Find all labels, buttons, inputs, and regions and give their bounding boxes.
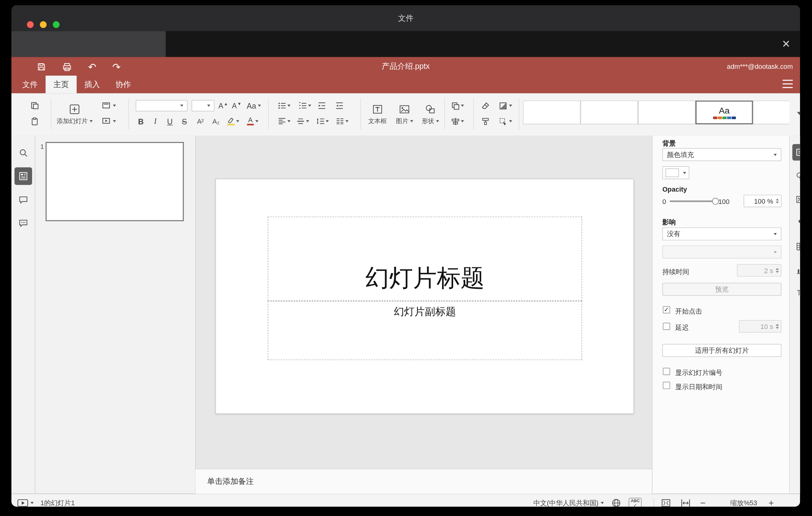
font-name-select[interactable] [136,100,187,111]
insert-image-button[interactable]: 图片 [393,98,416,131]
font-color-button[interactable]: A [244,114,261,128]
change-case-button[interactable]: Aa [244,99,263,113]
select-tool-button[interactable] [496,114,515,128]
slide-editing-surface[interactable]: 幻灯片标题 幻灯片副标题 [215,179,634,414]
chat-button[interactable] [14,214,32,232]
search-button[interactable] [14,144,32,162]
strikethrough-button[interactable]: S [178,114,190,128]
slide-counter: 1的幻灯片1 [40,494,75,507]
delay-checkbox[interactable] [663,323,670,330]
opacity-value-spinner[interactable]: 100 % [744,195,781,207]
language-selector[interactable]: 中文(中华人民共和国) [533,494,604,507]
clear-style-button[interactable] [478,99,492,113]
effect-section-label: 影响 [662,218,676,227]
copy-button[interactable] [28,99,42,113]
slideshow-icon [102,117,111,126]
start-slideshow-button[interactable] [98,114,119,128]
duration-spinner[interactable]: 2 s [737,264,781,277]
apply-to-all-slides-button[interactable]: 适用于所有幻灯片 [662,344,781,357]
theme-thumbnail-selected[interactable]: Aa [695,101,753,124]
horizontal-align-button[interactable] [276,114,292,128]
theme-thumbnail[interactable] [523,101,580,124]
theme-gallery-expand-button[interactable] [792,107,800,120]
slide-layout-button[interactable] [98,99,119,113]
subscript-button[interactable]: A₂ [209,114,223,128]
tab-file[interactable]: 文件 [14,76,46,93]
increase-indent-button[interactable] [332,99,346,113]
underline-button[interactable]: U [164,114,176,128]
columns-button[interactable] [334,114,350,128]
transition-effect-select[interactable]: 没有 [662,227,781,240]
menu-icon[interactable] [782,80,793,88]
line-spacing-button[interactable] [314,114,330,128]
start-on-click-checkbox[interactable]: ✓ [663,306,670,313]
opacity-slider-track[interactable] [669,201,715,202]
paragraph-settings-button[interactable]: ¶ [792,214,800,231]
decrease-font-button[interactable]: A▼ [230,99,243,113]
bold-button[interactable]: B [135,114,147,128]
tab-insert[interactable]: 插入 [77,76,108,93]
highlight-color-button[interactable] [225,114,241,128]
comments-button[interactable] [14,191,32,209]
image-settings-button[interactable] [792,191,800,208]
show-slide-number-checkbox[interactable] [663,368,670,375]
delay-spinner[interactable]: 10 s [739,320,781,333]
zoom-in-button[interactable]: + [768,494,774,507]
increase-font-button[interactable]: A▲ [216,99,230,113]
font-color-icon: A [247,117,254,125]
theme-thumbnail[interactable] [753,101,789,124]
slide-settings-button[interactable] [792,144,800,161]
add-slide-button[interactable]: 添加幻灯片 [55,98,94,131]
numbered-list-button[interactable] [296,99,313,113]
show-datetime-label: 显示日期和时间 [675,382,723,392]
document-language-button[interactable] [611,494,622,507]
paste-button[interactable] [28,114,42,128]
italic-button[interactable]: I [149,114,161,128]
background-color-select[interactable] [662,166,689,179]
textart-settings-button[interactable]: Ta [792,285,800,301]
font-size-select[interactable] [192,100,214,111]
theme-thumbnail[interactable] [638,101,695,124]
notes-area[interactable]: 单击添加备注 [196,469,652,494]
insert-textbox-button[interactable]: 文本框 [366,98,389,131]
arrange-shape-button[interactable] [448,99,466,113]
table-settings-button[interactable] [792,238,800,255]
slides-panel-button[interactable] [14,167,32,185]
search-icon [18,147,29,158]
tab-home[interactable]: 主页 [46,76,77,93]
slide-subtitle-placeholder[interactable]: 幻灯片副标题 [268,301,582,360]
theme-thumbnail[interactable] [581,101,638,124]
opacity-label: Opacity [662,185,687,193]
preview-button[interactable]: 预览 [662,283,781,296]
fit-width-button[interactable] [680,494,691,507]
chart-settings-button[interactable] [792,262,800,278]
shape-fill-button[interactable] [496,99,515,113]
show-slide-number-label: 显示幻灯片编号 [675,368,723,377]
tab-collaboration[interactable]: 协作 [108,76,139,93]
zoom-out-button[interactable]: − [700,494,705,507]
close-icon[interactable]: ✕ [778,36,794,52]
copy-style-button[interactable] [478,114,492,128]
chat-icon [18,218,29,229]
align-shape-button[interactable] [448,114,466,128]
superscript-button[interactable]: A² [194,114,207,128]
show-datetime-checkbox[interactable] [663,382,670,389]
transition-variant-select[interactable] [662,246,781,259]
shape-settings-button[interactable] [792,168,800,184]
fit-slide-button[interactable] [661,494,671,507]
play-icon [17,498,28,507]
titlebar: 文件 [11,5,800,31]
slide-title-placeholder[interactable]: 幻灯片标题 [268,217,582,301]
slide-thumbnail-1[interactable] [46,142,184,221]
decrease-indent-button[interactable] [315,99,328,113]
opacity-slider-knob[interactable] [712,198,719,205]
bullet-list-button[interactable] [276,99,292,113]
spellcheck-icon: ABC✓ [629,498,642,507]
start-slideshow-status-button[interactable] [17,494,34,507]
vertical-align-button[interactable] [294,114,311,128]
spellcheck-button[interactable]: ABC✓ [629,494,642,507]
insert-shape-button[interactable]: 形状 [418,98,442,131]
copy-style-icon [481,117,490,126]
background-fill-select[interactable]: 颜色填充 [662,148,781,161]
slide-settings-icon [795,147,800,158]
